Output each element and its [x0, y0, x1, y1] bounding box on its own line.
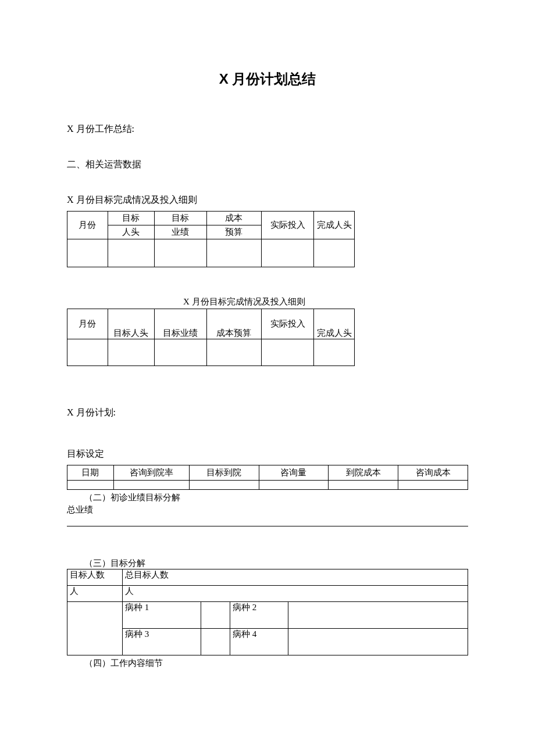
td2-target-head [108, 339, 154, 366]
t4-disease-1-label: 病种 1 [123, 602, 201, 629]
td-completed-head [314, 239, 355, 267]
td3-consult-volume [259, 481, 329, 490]
table-target-completion-2: 月份 目标人头 目标业绩 成本预算 实际投入 完成人头 [67, 309, 355, 366]
document-page: X 月份计划总结 X 月份工作总结: 二、相关运营数据 X 月份目标完成情况及投… [0, 0, 535, 704]
td2-target-perf [154, 339, 206, 366]
t4-disease-3-value [201, 629, 230, 655]
t4-disease-1-value [201, 602, 230, 629]
t4-target-people-label: 目标人数 [67, 569, 123, 586]
caption-table2: X 月份目标完成情况及投入细则 [183, 296, 468, 307]
td3-target-arrival [189, 481, 259, 490]
td2-month [67, 339, 108, 366]
heading-summary: X 月份工作总结: [67, 123, 468, 135]
subheading-goal: 目标设定 [67, 448, 468, 460]
section-iii-heading: （三）目标分解 [84, 558, 468, 569]
t4-people-unit-2: 人 [123, 586, 468, 602]
th3-date: 日期 [67, 465, 114, 481]
td-actual-input [262, 239, 314, 267]
heading-section-2: 二、相关运营数据 [67, 159, 468, 171]
table-goal-setting: 日期 咨询到院率 目标到院 咨询量 到院成本 咨询成本 [67, 465, 468, 490]
t4-total-target-people-label: 总目标人数 [123, 569, 468, 586]
td3-consult-cost [398, 481, 468, 490]
td2-actual-input [262, 339, 314, 366]
t4-disease-4-label: 病种 4 [230, 629, 288, 655]
th2-cost-budget: 成本预算 [206, 309, 262, 339]
th2-target-head: 目标人头 [108, 309, 154, 339]
table-target-completion-1: 月份 目标 目标 成本 实际投入 完成人头 人头 业绩 预算 [67, 211, 355, 267]
th2-target-perf: 目标业绩 [154, 309, 206, 339]
t4-disease-2-value [288, 602, 468, 629]
td3-date [67, 481, 114, 490]
th-target-head-l1: 目标 [108, 212, 154, 225]
td-cost [206, 239, 262, 267]
th3-consult-volume: 咨询量 [259, 465, 329, 481]
t4-empty-left [67, 602, 123, 655]
th3-arrival-cost: 到院成本 [329, 465, 398, 481]
th-cost-l2: 预算 [206, 225, 262, 239]
th2-month: 月份 [67, 309, 108, 339]
th-cost-l1: 成本 [206, 212, 262, 225]
th-target-perf-l1: 目标 [154, 212, 206, 225]
subheading-table1: X 月份目标完成情况及投入细则 [67, 194, 468, 206]
heading-plan: X 月份计划: [67, 407, 468, 419]
t4-disease-2-label: 病种 2 [230, 602, 288, 629]
td2-completed-head [314, 339, 355, 366]
th3-consult-cost: 咨询成本 [398, 465, 468, 481]
td-target-perf [154, 239, 206, 267]
section-iv-heading: （四）工作内容细节 [84, 658, 468, 669]
td3-consult-rate [113, 481, 189, 490]
th-completed-head: 完成人头 [314, 212, 355, 239]
td3-arrival-cost [329, 481, 398, 490]
th-actual-input: 实际投入 [262, 212, 314, 239]
th-target-head-l2: 人头 [108, 225, 154, 239]
td2-cost-budget [206, 339, 262, 366]
th2-completed-head: 完成人头 [314, 309, 355, 339]
total-performance-label: 总业绩 [67, 504, 468, 515]
t4-disease-3-label: 病种 3 [123, 629, 201, 655]
th-target-perf-l2: 业绩 [154, 225, 206, 239]
page-title: X 月份计划总结 [67, 70, 468, 88]
td-target-head [108, 239, 154, 267]
th3-target-arrival: 目标到院 [189, 465, 259, 481]
table-target-breakdown: 目标人数 总目标人数 人 人 病种 1 病种 2 病种 3 病种 4 [67, 569, 468, 655]
section-ii-heading: （二）初诊业绩目标分解 [84, 492, 468, 503]
th2-actual-input: 实际投入 [262, 309, 314, 339]
t4-disease-4-value [288, 629, 468, 655]
t4-people-unit-1: 人 [67, 586, 123, 602]
th-month: 月份 [67, 212, 108, 239]
td-month [67, 239, 108, 267]
th3-consult-rate: 咨询到院率 [113, 465, 189, 481]
